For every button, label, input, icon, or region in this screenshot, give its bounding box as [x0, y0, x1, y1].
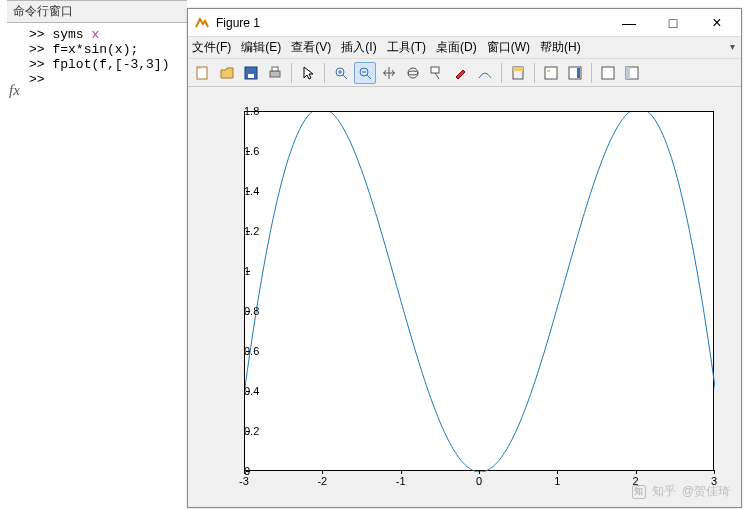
menubar: 文件(F) 编辑(E) 查看(V) 插入(I) 工具(T) 桌面(D) 窗口(W… — [188, 37, 741, 59]
save-button[interactable] — [240, 62, 262, 84]
figure-title: Figure 1 — [216, 16, 607, 30]
svg-rect-4 — [272, 67, 278, 71]
x-tick: -2 — [317, 475, 327, 487]
rotate3d-button[interactable] — [402, 62, 424, 84]
zoom-out-button[interactable] — [354, 62, 376, 84]
svg-rect-16 — [602, 67, 614, 79]
svg-rect-11 — [513, 67, 523, 71]
toolbar-separator — [291, 63, 292, 83]
figure-window: Figure 1 — □ × 文件(F) 编辑(E) 查看(V) 插入(I) 工… — [187, 8, 742, 508]
svg-rect-0 — [197, 67, 207, 79]
colorbar-button[interactable] — [507, 62, 529, 84]
watermark: 知 知乎 @贺佳琦 — [632, 483, 730, 500]
watermark-brand: 知乎 — [652, 483, 676, 500]
command-line: >> f=x*sin(x); — [7, 42, 187, 57]
brush-button[interactable] — [450, 62, 472, 84]
svg-rect-18 — [626, 67, 630, 79]
svg-rect-3 — [270, 71, 280, 77]
new-figure-button[interactable] — [192, 62, 214, 84]
toolbar-separator — [534, 63, 535, 83]
datacursor-button[interactable] — [426, 62, 448, 84]
matlab-icon — [194, 15, 210, 31]
watermark-handle: @贺佳琦 — [682, 483, 730, 500]
svg-rect-2 — [248, 74, 254, 78]
legend-button[interactable] — [540, 62, 562, 84]
plot-canvas — [245, 112, 715, 472]
menu-help[interactable]: 帮助(H) — [540, 39, 581, 56]
menu-overflow-icon[interactable]: ▾ — [730, 41, 735, 52]
menu-tools[interactable]: 工具(T) — [387, 39, 426, 56]
axes[interactable] — [244, 111, 714, 471]
toolbar — [188, 59, 741, 87]
zoom-in-button[interactable] — [330, 62, 352, 84]
command-line: >> syms x — [7, 27, 187, 42]
close-button[interactable]: × — [695, 10, 739, 36]
pan-button[interactable] — [378, 62, 400, 84]
menu-desktop[interactable]: 桌面(D) — [436, 39, 477, 56]
command-window-title: 命令行窗口 — [7, 0, 187, 23]
figure-area[interactable]: 00.20.40.60.811.21.41.61.8-3-2-10123 — [189, 89, 740, 506]
svg-rect-13 — [547, 70, 550, 72]
hide-tools-button[interactable] — [597, 62, 619, 84]
svg-point-7 — [408, 68, 418, 78]
svg-rect-15 — [577, 68, 580, 78]
menu-file[interactable]: 文件(F) — [192, 39, 231, 56]
x-tick: -3 — [239, 475, 249, 487]
fx-indicator: fx — [0, 82, 20, 99]
maximize-button[interactable]: □ — [651, 10, 695, 36]
print-button[interactable] — [264, 62, 286, 84]
x-tick: 0 — [476, 475, 482, 487]
menu-view[interactable]: 查看(V) — [291, 39, 331, 56]
svg-rect-12 — [545, 67, 557, 79]
pointer-button[interactable] — [297, 62, 319, 84]
link-button[interactable] — [474, 62, 496, 84]
menu-edit[interactable]: 编辑(E) — [241, 39, 281, 56]
titlebar[interactable]: Figure 1 — □ × — [188, 9, 741, 37]
x-tick: -1 — [396, 475, 406, 487]
menu-insert[interactable]: 插入(I) — [341, 39, 376, 56]
open-button[interactable] — [216, 62, 238, 84]
show-tools-button[interactable] — [621, 62, 643, 84]
command-line: >> fplot(f,[-3,3]) — [7, 57, 187, 72]
zhihu-icon: 知 — [632, 485, 646, 499]
svg-rect-9 — [431, 67, 439, 73]
minimize-button[interactable]: — — [607, 10, 651, 36]
toolbar-separator — [324, 63, 325, 83]
insert-colorbar-button[interactable] — [564, 62, 586, 84]
toolbar-separator — [591, 63, 592, 83]
command-body[interactable]: >> syms x >> f=x*sin(x); >> fplot(f,[-3,… — [7, 23, 187, 87]
command-window: 命令行窗口 >> syms x >> f=x*sin(x); >> fplot(… — [7, 0, 187, 510]
toolbar-separator — [501, 63, 502, 83]
command-line[interactable]: >> — [7, 72, 187, 87]
x-tick: 1 — [554, 475, 560, 487]
svg-point-8 — [408, 71, 418, 75]
menu-window[interactable]: 窗口(W) — [487, 39, 530, 56]
